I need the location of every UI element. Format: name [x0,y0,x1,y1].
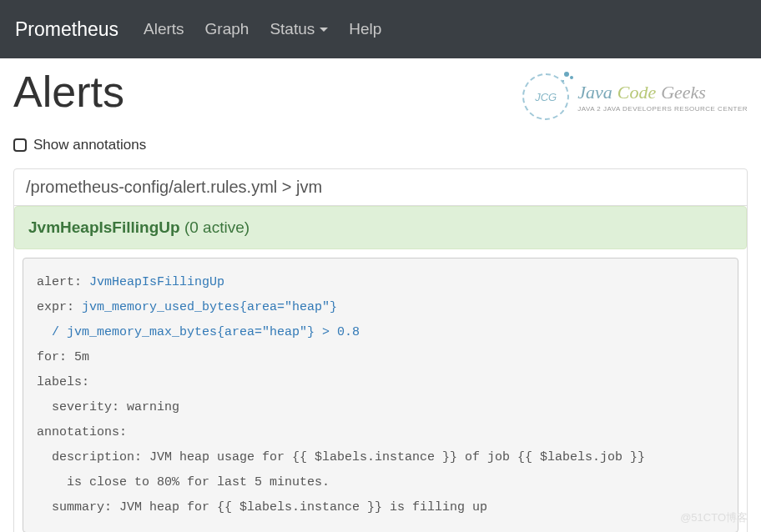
alert-name-link[interactable]: JvmHeapIsFillingUp [89,275,224,289]
logo-badge-icon: JCG [522,73,569,120]
alert-rule-name: JvmHeapIsFillingUp [28,218,180,236]
nav-status[interactable]: Status [270,20,328,38]
logo-tagline: JAVA 2 JAVA DEVELOPERS RESOURCE CENTER [577,105,748,113]
expr-link[interactable]: jvm_memory_used_bytes{area="heap"} [82,300,337,314]
watermark: @51CTO博客 [680,510,748,525]
nav-graph[interactable]: Graph [205,20,249,38]
navbar: Prometheus Alerts Graph Status Help [0,0,761,58]
alert-rule-definition: alert: JvmHeapIsFillingUp expr: jvm_memo… [23,258,738,532]
page-title: Alerts [13,68,124,116]
logo-text: Java Code Geeks JAVA 2 JAVA DEVELOPERS R… [577,82,748,113]
logo-word-geeks: Geeks [661,82,706,103]
nav-alerts[interactable]: Alerts [144,20,184,38]
logo: JCG Java Code Geeks JAVA 2 JAVA DEVELOPE… [522,68,748,120]
rules-file-header[interactable]: /prometheus-config/alert.rules.yml > jvm [14,169,747,206]
checkbox-icon [13,138,27,152]
logo-word-java: Java [577,82,612,103]
show-annotations-label: Show annotations [33,137,146,153]
header-row: Alerts JCG Java Code Geeks JAVA 2 JAVA D… [13,68,748,120]
alert-active-count: (0 active) [184,218,249,236]
nav-status-label: Status [270,20,315,38]
expr-link-cont[interactable]: / jvm_memory_max_bytes{area="heap"} > 0.… [37,325,360,339]
navbar-brand[interactable]: Prometheus [15,18,118,41]
chevron-down-icon [320,28,328,32]
show-annotations-toggle[interactable]: Show annotations [13,137,748,153]
nav-help[interactable]: Help [349,20,381,38]
rules-panel: /prometheus-config/alert.rules.yml > jvm… [13,168,748,532]
alert-rule-row[interactable]: JvmHeapIsFillingUp (0 active) [14,206,747,249]
logo-word-code: Code [617,82,656,103]
content-area: Alerts JCG Java Code Geeks JAVA 2 JAVA D… [0,58,761,532]
